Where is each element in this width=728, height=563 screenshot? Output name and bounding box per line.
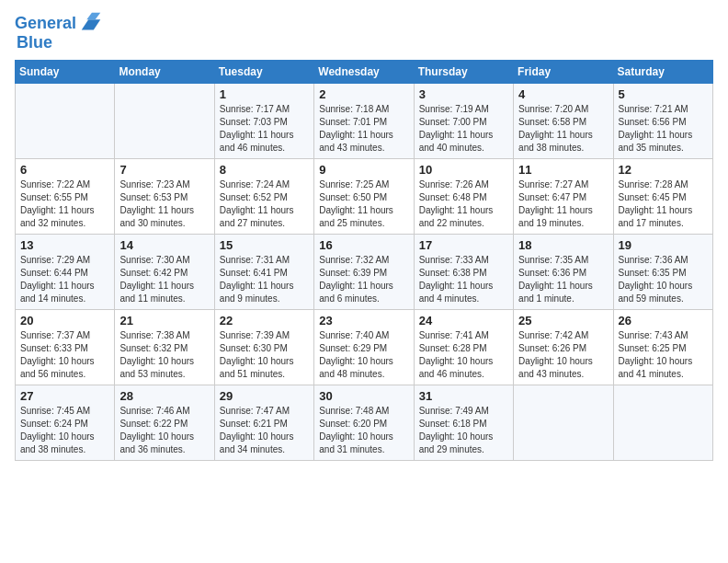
day-info: Sunrise: 7:22 AM Sunset: 6:55 PM Dayligh…: [20, 178, 109, 230]
day-info: Sunrise: 7:33 AM Sunset: 6:38 PM Dayligh…: [419, 254, 508, 305]
day-info: Sunrise: 7:48 AM Sunset: 6:20 PM Dayligh…: [319, 405, 408, 456]
day-number: 6: [20, 163, 109, 177]
calendar-cell: 13Sunrise: 7:29 AM Sunset: 6:44 PM Dayli…: [16, 235, 115, 310]
day-number: 2: [319, 87, 408, 101]
day-info: Sunrise: 7:25 AM Sunset: 6:50 PM Dayligh…: [319, 178, 408, 230]
col-header-wednesday: Wednesday: [314, 61, 414, 84]
col-header-thursday: Thursday: [414, 61, 513, 84]
calendar-week-3: 13Sunrise: 7:29 AM Sunset: 6:44 PM Dayli…: [16, 235, 713, 310]
calendar-cell: 10Sunrise: 7:26 AM Sunset: 6:48 PM Dayli…: [414, 159, 513, 235]
calendar-cell: 29Sunrise: 7:47 AM Sunset: 6:21 PM Dayli…: [214, 385, 313, 461]
day-info: Sunrise: 7:31 AM Sunset: 6:41 PM Dayligh…: [220, 254, 309, 305]
day-info: Sunrise: 7:19 AM Sunset: 7:00 PM Dayligh…: [419, 103, 508, 155]
calendar-cell: 16Sunrise: 7:32 AM Sunset: 6:39 PM Dayli…: [314, 235, 414, 310]
calendar-table: SundayMondayTuesdayWednesdayThursdayFrid…: [15, 60, 713, 461]
calendar-cell: 3Sunrise: 7:19 AM Sunset: 7:00 PM Daylig…: [414, 84, 513, 159]
day-info: Sunrise: 7:28 AM Sunset: 6:45 PM Dayligh…: [619, 178, 708, 230]
col-header-sunday: Sunday: [16, 61, 115, 84]
day-number: 10: [419, 163, 508, 177]
calendar-cell: 8Sunrise: 7:24 AM Sunset: 6:52 PM Daylig…: [214, 159, 313, 235]
calendar-cell: 22Sunrise: 7:39 AM Sunset: 6:30 PM Dayli…: [214, 310, 313, 385]
day-number: 12: [619, 163, 708, 177]
calendar-cell: 15Sunrise: 7:31 AM Sunset: 6:41 PM Dayli…: [214, 235, 313, 310]
day-info: Sunrise: 7:21 AM Sunset: 6:56 PM Dayligh…: [619, 103, 708, 155]
calendar-week-5: 27Sunrise: 7:45 AM Sunset: 6:24 PM Dayli…: [16, 385, 713, 461]
day-number: 11: [518, 163, 608, 177]
calendar-cell: 24Sunrise: 7:41 AM Sunset: 6:28 PM Dayli…: [414, 310, 513, 385]
day-info: Sunrise: 7:39 AM Sunset: 6:30 PM Dayligh…: [220, 329, 309, 381]
calendar-cell: [16, 84, 115, 159]
day-info: Sunrise: 7:35 AM Sunset: 6:36 PM Dayligh…: [518, 254, 608, 305]
calendar-cell: 4Sunrise: 7:20 AM Sunset: 6:58 PM Daylig…: [514, 84, 613, 159]
day-number: 1: [220, 87, 309, 101]
day-number: 3: [419, 87, 508, 101]
calendar-cell: 17Sunrise: 7:33 AM Sunset: 6:38 PM Dayli…: [414, 235, 513, 310]
day-info: Sunrise: 7:29 AM Sunset: 6:44 PM Dayligh…: [20, 254, 109, 305]
calendar-cell: [115, 84, 214, 159]
calendar-cell: 7Sunrise: 7:23 AM Sunset: 6:53 PM Daylig…: [115, 159, 214, 235]
calendar-header: General Blue: [15, 11, 713, 52]
svg-marker-0: [82, 19, 101, 29]
day-info: Sunrise: 7:36 AM Sunset: 6:35 PM Dayligh…: [619, 254, 708, 305]
calendar-cell: [514, 385, 613, 461]
calendar-cell: 1Sunrise: 7:17 AM Sunset: 7:03 PM Daylig…: [214, 84, 313, 159]
calendar-week-1: 1Sunrise: 7:17 AM Sunset: 7:03 PM Daylig…: [16, 84, 713, 159]
calendar-container: General Blue SundayMondayTuesdayWednesda…: [0, 0, 728, 476]
calendar-cell: 23Sunrise: 7:40 AM Sunset: 6:29 PM Dayli…: [314, 310, 414, 385]
col-header-friday: Friday: [514, 61, 613, 84]
day-info: Sunrise: 7:24 AM Sunset: 6:52 PM Dayligh…: [220, 178, 309, 230]
day-info: Sunrise: 7:41 AM Sunset: 6:28 PM Dayligh…: [419, 329, 508, 381]
calendar-week-4: 20Sunrise: 7:37 AM Sunset: 6:33 PM Dayli…: [16, 310, 713, 385]
calendar-cell: 25Sunrise: 7:42 AM Sunset: 6:26 PM Dayli…: [514, 310, 613, 385]
day-number: 5: [619, 87, 708, 101]
calendar-cell: 9Sunrise: 7:25 AM Sunset: 6:50 PM Daylig…: [314, 159, 414, 235]
day-info: Sunrise: 7:40 AM Sunset: 6:29 PM Dayligh…: [319, 329, 408, 381]
calendar-week-2: 6Sunrise: 7:22 AM Sunset: 6:55 PM Daylig…: [16, 159, 713, 235]
day-number: 28: [119, 389, 209, 403]
day-info: Sunrise: 7:37 AM Sunset: 6:33 PM Dayligh…: [20, 329, 109, 381]
day-info: Sunrise: 7:27 AM Sunset: 6:47 PM Dayligh…: [518, 178, 608, 230]
day-info: Sunrise: 7:23 AM Sunset: 6:53 PM Dayligh…: [119, 178, 209, 230]
day-number: 17: [419, 238, 508, 252]
calendar-cell: 27Sunrise: 7:45 AM Sunset: 6:24 PM Dayli…: [16, 385, 115, 461]
svg-marker-1: [86, 13, 100, 19]
day-info: Sunrise: 7:45 AM Sunset: 6:24 PM Dayligh…: [20, 405, 109, 456]
day-number: 22: [220, 314, 309, 327]
logo-text: General: [15, 15, 76, 33]
day-number: 8: [220, 163, 309, 177]
day-info: Sunrise: 7:49 AM Sunset: 6:18 PM Dayligh…: [419, 405, 508, 456]
calendar-cell: [613, 385, 712, 461]
day-info: Sunrise: 7:43 AM Sunset: 6:25 PM Dayligh…: [619, 329, 708, 381]
calendar-cell: 19Sunrise: 7:36 AM Sunset: 6:35 PM Dayli…: [613, 235, 712, 310]
calendar-cell: 14Sunrise: 7:30 AM Sunset: 6:42 PM Dayli…: [115, 235, 214, 310]
day-number: 19: [619, 238, 708, 252]
day-info: Sunrise: 7:47 AM Sunset: 6:21 PM Dayligh…: [220, 405, 309, 456]
calendar-cell: 21Sunrise: 7:38 AM Sunset: 6:32 PM Dayli…: [115, 310, 214, 385]
calendar-cell: 18Sunrise: 7:35 AM Sunset: 6:36 PM Dayli…: [514, 235, 613, 310]
calendar-cell: 6Sunrise: 7:22 AM Sunset: 6:55 PM Daylig…: [16, 159, 115, 235]
calendar-cell: 26Sunrise: 7:43 AM Sunset: 6:25 PM Dayli…: [613, 310, 712, 385]
col-header-tuesday: Tuesday: [214, 61, 313, 84]
day-number: 18: [518, 238, 608, 252]
day-number: 27: [20, 389, 109, 403]
col-header-saturday: Saturday: [613, 61, 712, 84]
day-number: 15: [220, 238, 309, 252]
day-number: 4: [518, 87, 608, 101]
day-info: Sunrise: 7:38 AM Sunset: 6:32 PM Dayligh…: [119, 329, 209, 381]
day-info: Sunrise: 7:32 AM Sunset: 6:39 PM Dayligh…: [319, 254, 408, 305]
calendar-cell: 28Sunrise: 7:46 AM Sunset: 6:22 PM Dayli…: [115, 385, 214, 461]
day-number: 14: [119, 238, 209, 252]
calendar-cell: 11Sunrise: 7:27 AM Sunset: 6:47 PM Dayli…: [514, 159, 613, 235]
day-number: 23: [319, 314, 408, 327]
calendar-cell: 20Sunrise: 7:37 AM Sunset: 6:33 PM Dayli…: [16, 310, 115, 385]
day-number: 26: [619, 314, 708, 327]
day-info: Sunrise: 7:18 AM Sunset: 7:01 PM Dayligh…: [319, 103, 408, 155]
day-number: 20: [20, 314, 109, 327]
day-number: 9: [319, 163, 408, 177]
day-number: 24: [419, 314, 508, 327]
day-number: 16: [319, 238, 408, 252]
day-info: Sunrise: 7:26 AM Sunset: 6:48 PM Dayligh…: [419, 178, 508, 230]
col-header-monday: Monday: [115, 61, 214, 84]
day-number: 7: [119, 163, 209, 177]
day-number: 31: [419, 389, 508, 403]
